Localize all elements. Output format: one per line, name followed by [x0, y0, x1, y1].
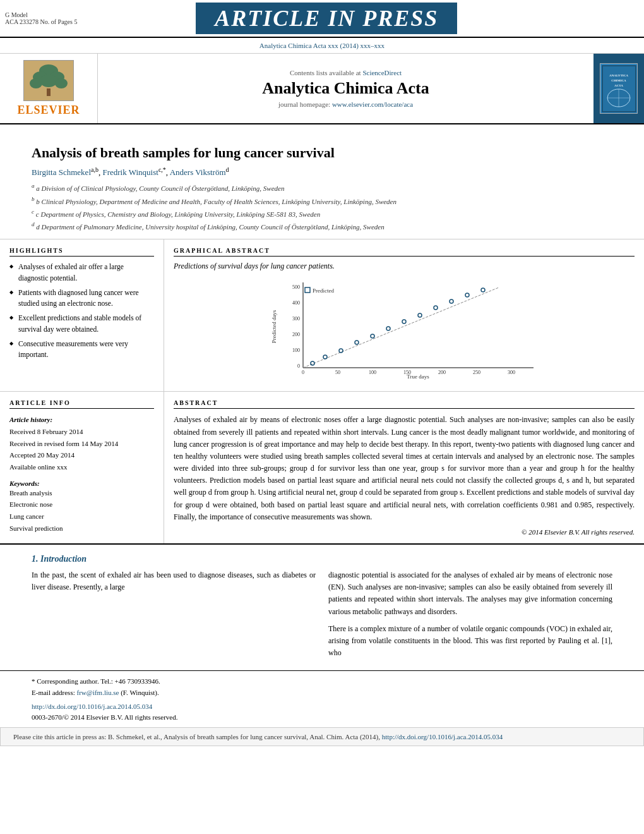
abstract-col: ABSTRACT Analyses of exhaled air by mean… — [164, 392, 644, 543]
svg-text:0: 0 — [302, 370, 304, 375]
article-main-title: Analysis of breath samples for lung canc… — [32, 145, 612, 161]
history-label: Article history: — [9, 414, 154, 426]
svg-text:ACTA: ACTA — [614, 84, 623, 87]
intro-right-para2: There is a complex mixture of a number o… — [328, 623, 612, 660]
svg-text:50: 50 — [335, 370, 340, 375]
aca-ref: ACA 233278 No. of Pages 5 — [5, 18, 77, 25]
svg-point-41 — [418, 313, 422, 317]
journal-header: ELSEVIER Contents lists available at Sci… — [0, 54, 644, 124]
highlight-item-1: Analyses of exhaled air offer a large di… — [9, 262, 154, 284]
article-info-label: ARTICLE INFO — [9, 399, 154, 409]
highlights-list: Analyses of exhaled air offer a large di… — [9, 262, 154, 360]
highlights-label: HIGHLIGHTS — [9, 247, 154, 257]
svg-point-38 — [371, 334, 374, 338]
svg-text:200: 200 — [292, 332, 300, 337]
svg-text:400: 400 — [292, 300, 300, 306]
keyword-2: Electronic nose — [9, 499, 154, 511]
received-date: Received 8 February 2014 — [9, 426, 154, 438]
author3-link[interactable]: Anders Vikström — [170, 167, 226, 177]
affiliation-d: d d Department of Pulmonary Medicine, Un… — [32, 220, 612, 233]
graphical-abstract-title: Predictions of survival days for lung ca… — [174, 262, 635, 271]
author1-link[interactable]: Birgitta Schmekel — [32, 167, 91, 177]
highlight-item-3: Excellent predictions and stable models … — [9, 313, 154, 335]
svg-text:100: 100 — [292, 348, 300, 353]
authors-line: Birgitta Schmekela,b, Fredrik Winquistc,… — [32, 166, 612, 178]
received-revised-date: Received in revised form 14 May 2014 — [9, 438, 154, 450]
svg-text:200: 200 — [438, 370, 446, 375]
doi-footnote: http://dx.doi.org/10.1016/j.aca.2014.05.… — [32, 701, 612, 713]
email-link[interactable]: frw@ifm.liu.se — [76, 689, 119, 696]
chart-svg: Predicted days True days 0 100 200 300 4… — [174, 276, 635, 384]
graphical-abstract-col: GRAPHICAL ABSTRACT Predictions of surviv… — [164, 239, 644, 391]
g-model-label: G Model — [5, 11, 77, 18]
keyword-list: Breath analysis Electronic nose Lung can… — [9, 487, 154, 535]
survival-chart: Predicted days True days 0 100 200 300 4… — [174, 276, 635, 384]
doi-footnote-link[interactable]: http://dx.doi.org/10.1016/j.aca.2014.05.… — [32, 703, 152, 710]
svg-text:300: 300 — [292, 316, 300, 322]
highlights-graphical-section: HIGHLIGHTS Analyses of exhaled air offer… — [0, 239, 644, 392]
svg-point-44 — [465, 293, 469, 297]
tree-svg — [27, 63, 71, 98]
elsevier-logo-section: ELSEVIER — [0, 54, 98, 123]
svg-point-42 — [434, 306, 438, 310]
journal-title: Analytica Chimica Acta — [262, 79, 429, 98]
copyright-footnote: 0003-2670/© 2014 Elsevier B.V. All right… — [32, 712, 612, 723]
highlight-item-4: Consecutive measurements were very impor… — [9, 339, 154, 361]
svg-text:CHIMICA: CHIMICA — [611, 79, 626, 82]
intro-heading: 1. Introduction — [32, 554, 612, 564]
affiliation-b: b b Clinical Physiology, Department of M… — [32, 195, 612, 207]
elsevier-tree-logo — [23, 60, 74, 101]
homepage-link[interactable]: www.elsevier.com/locate/aca — [332, 100, 413, 108]
footer-cite-link[interactable]: http://dx.doi.org/10.1016/j.aca.2014.05.… — [382, 733, 503, 740]
doi-header-line: Analytica Chimica Acta xxx (2014) xxx–xx… — [0, 38, 644, 54]
author2-link[interactable]: Fredrik Winquist — [102, 167, 158, 177]
svg-text:Predicted: Predicted — [313, 287, 334, 294]
affiliation-a: a a Division of of Clinical Physiology, … — [32, 181, 612, 194]
svg-text:150: 150 — [403, 370, 411, 375]
journal-title-section: Contents lists available at ScienceDirec… — [98, 54, 593, 123]
svg-text:250: 250 — [473, 370, 480, 375]
svg-point-5 — [40, 75, 57, 87]
article-history: Article history: Received 8 February 201… — [9, 414, 154, 473]
keywords-title: Keywords: — [9, 480, 154, 487]
svg-point-43 — [450, 299, 453, 303]
intro-left-para: In the past, the scent of exhaled air ha… — [32, 569, 316, 593]
accepted-date: Accepted 20 May 2014 — [9, 449, 154, 461]
intro-left-col: In the past, the scent of exhaled air ha… — [32, 569, 316, 664]
intro-right-para1: diagnostic potential is associated for t… — [328, 569, 612, 618]
svg-text:Predicted days: Predicted days — [271, 310, 277, 343]
article-info-abstract-section: ARTICLE INFO Article history: Received 8… — [0, 392, 644, 545]
doi-header-text: Analytica Chimica Acta xxx (2014) xxx–xx… — [259, 42, 385, 49]
aca-cover-svg: ANALYTICA CHIMICA ACTA — [602, 65, 636, 112]
footer-cite-text: Please cite this article in press as: B.… — [13, 733, 380, 740]
footnotes-section: * Corresponding author. Tel.: +46 730933… — [0, 670, 644, 727]
graphical-abstract-label: GRAPHICAL ABSTRACT — [174, 247, 635, 257]
available-online: Available online xxx — [9, 461, 154, 473]
svg-text:0: 0 — [297, 363, 300, 369]
svg-point-37 — [355, 341, 359, 344]
svg-point-40 — [402, 320, 406, 323]
sciencedirect-link[interactable]: ScienceDirect — [362, 69, 402, 76]
svg-text:300: 300 — [508, 370, 515, 375]
keyword-1: Breath analysis — [9, 487, 154, 499]
keyword-4: Survival prediction — [9, 523, 154, 535]
abstract-label: ABSTRACT — [174, 399, 635, 409]
g-model-info: G Model ACA 233278 No. of Pages 5 — [5, 11, 77, 25]
highlights-col: HIGHLIGHTS Analyses of exhaled air offer… — [0, 239, 164, 391]
svg-point-35 — [323, 355, 327, 359]
intro-right-col: diagnostic potential is associated for t… — [328, 569, 612, 664]
keyword-3: Lung cancer — [9, 511, 154, 523]
svg-point-36 — [339, 349, 343, 353]
svg-text:ANALYTICA: ANALYTICA — [609, 74, 628, 77]
article-info-col: ARTICLE INFO Article history: Received 8… — [0, 392, 164, 543]
intro-columns: In the past, the scent of exhaled air ha… — [32, 569, 612, 664]
svg-rect-46 — [305, 287, 310, 293]
svg-point-6 — [55, 78, 68, 88]
svg-line-33 — [303, 287, 499, 368]
header-banner: G Model ACA 233278 No. of Pages 5 ARTICL… — [0, 0, 644, 38]
keywords-section: Keywords: Breath analysis Electronic nos… — [9, 480, 154, 535]
highlight-item-2: Patients with diagnosed lung cancer were… — [9, 287, 154, 310]
elsevier-brand-text: ELSEVIER — [17, 104, 80, 117]
introduction-section: 1. Introduction In the past, the scent o… — [0, 545, 644, 670]
svg-rect-7 — [47, 88, 51, 96]
